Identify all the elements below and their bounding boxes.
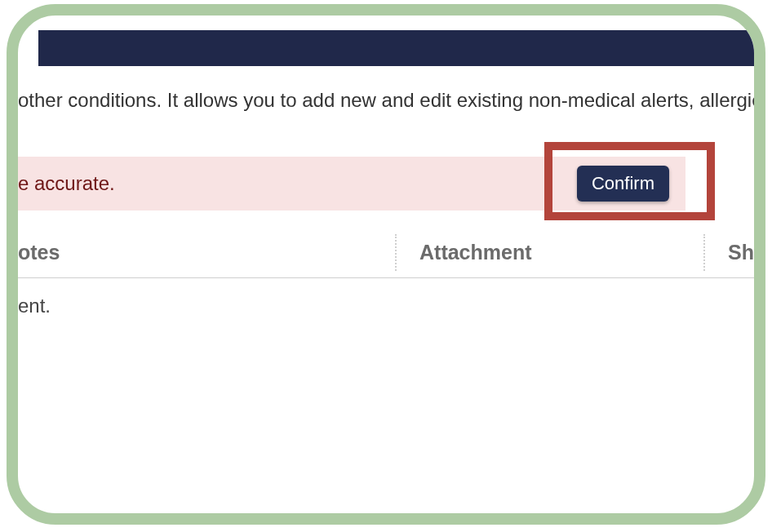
column-divider (703, 234, 705, 271)
table-header: otes Attachment Sha (18, 228, 754, 278)
alert-text: e accurate. (18, 172, 115, 195)
column-header-attachment: Attachment (419, 241, 532, 264)
column-divider (395, 234, 397, 271)
table-row-text: ent. (18, 295, 51, 317)
column-header-shared: Sha (728, 241, 754, 264)
frame-inner: other conditions. It allows you to add n… (18, 16, 754, 513)
header-bar (38, 30, 754, 66)
column-header-notes: otes (18, 241, 60, 264)
frame-border: other conditions. It allows you to add n… (7, 4, 765, 525)
intro-text: other conditions. It allows you to add n… (18, 89, 754, 112)
alert-banner: e accurate. Confirm (18, 157, 685, 211)
confirm-button[interactable]: Confirm (577, 166, 669, 202)
